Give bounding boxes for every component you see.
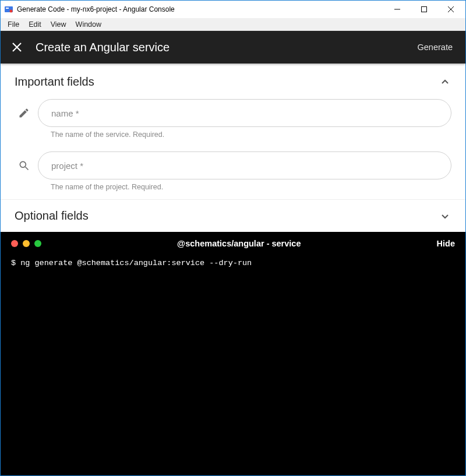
terminal: @schematics/angular - service Hide $ ng … bbox=[1, 232, 465, 475]
app-icon bbox=[4, 5, 13, 14]
section-important-title: Important fields bbox=[15, 75, 439, 89]
form-area: Important fields The name of the service… bbox=[1, 64, 465, 232]
chevron-down-icon bbox=[439, 210, 451, 223]
generate-button[interactable]: Generate bbox=[415, 38, 455, 57]
chevron-up-icon bbox=[439, 76, 451, 89]
titlebar: Generate Code - my-nx6-project - Angular… bbox=[1, 1, 465, 18]
terminal-command: ng generate @schematics/angular:service … bbox=[20, 259, 252, 267]
minimize-button[interactable] bbox=[384, 1, 411, 18]
menubar: File Edit View Window bbox=[1, 18, 465, 31]
field-row-project: The name of the project. Required. bbox=[1, 147, 465, 199]
close-icon[interactable] bbox=[11, 41, 23, 53]
search-icon bbox=[15, 151, 33, 171]
name-input[interactable] bbox=[38, 99, 451, 127]
terminal-header: @schematics/angular - service Hide bbox=[1, 232, 465, 255]
traffic-lights bbox=[11, 240, 41, 247]
menu-window[interactable]: Window bbox=[71, 19, 106, 30]
project-input[interactable] bbox=[38, 151, 451, 179]
terminal-title: @schematics/angular - service bbox=[41, 239, 437, 248]
terminal-hide-button[interactable]: Hide bbox=[437, 239, 455, 248]
menu-edit[interactable]: Edit bbox=[24, 19, 46, 30]
traffic-yellow-icon bbox=[23, 240, 30, 247]
section-optional-header[interactable]: Optional fields bbox=[1, 199, 465, 232]
menu-file[interactable]: File bbox=[3, 19, 24, 30]
svg-point-9 bbox=[20, 161, 26, 167]
project-hint: The name of the project. Required. bbox=[51, 183, 451, 191]
section-optional-title: Optional fields bbox=[15, 209, 439, 223]
traffic-green-icon bbox=[34, 240, 41, 247]
traffic-red-icon bbox=[11, 240, 18, 247]
terminal-prompt: $ bbox=[11, 259, 16, 267]
window-title: Generate Code - my-nx6-project - Angular… bbox=[17, 5, 175, 13]
svg-rect-4 bbox=[422, 7, 427, 12]
svg-point-2 bbox=[10, 10, 13, 13]
terminal-body[interactable]: $ ng generate @schematics/angular:servic… bbox=[1, 255, 465, 272]
app-window: Generate Code - my-nx6-project - Angular… bbox=[0, 0, 466, 476]
close-button[interactable] bbox=[437, 1, 464, 18]
page-header: Create an Angular service Generate bbox=[1, 31, 465, 64]
pencil-icon bbox=[15, 99, 33, 119]
name-hint: The name of the service. Required. bbox=[51, 131, 451, 139]
section-important-header[interactable]: Important fields bbox=[1, 64, 465, 94]
svg-line-10 bbox=[26, 167, 29, 170]
field-row-name: The name of the service. Required. bbox=[1, 94, 465, 147]
maximize-button[interactable] bbox=[411, 1, 437, 18]
svg-rect-1 bbox=[6, 8, 9, 9]
page-title: Create an Angular service bbox=[36, 41, 170, 54]
menu-view[interactable]: View bbox=[46, 19, 71, 30]
